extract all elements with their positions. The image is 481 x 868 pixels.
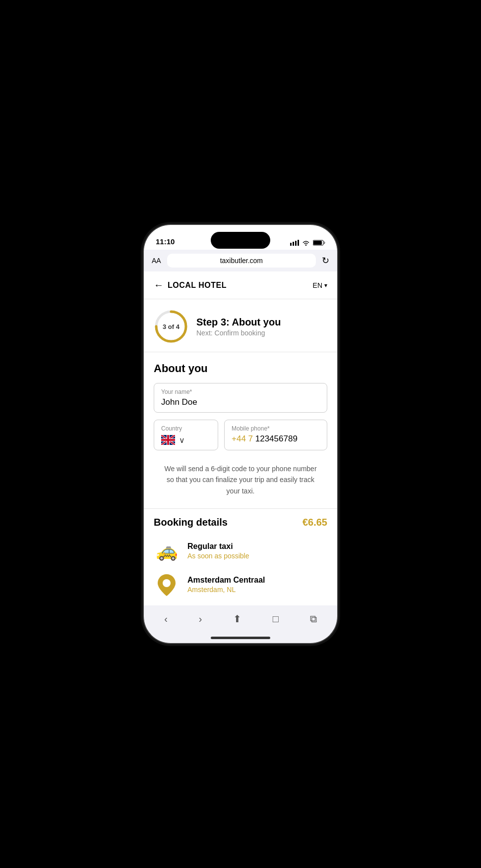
back-area[interactable]: ← LOCAL HOTEL [154,279,227,291]
status-time: 11:10 [156,237,175,246]
phone-number: 123456789 [253,434,298,443]
phone-shell: 11:10 AA taxibutler [144,225,337,643]
bottom-browser-bar: ‹ › ⬆ □ ⧉ [144,605,337,632]
location-name: Amsterdam Centraal [187,576,265,585]
step-text: Step 3: About you Next: Confirm booking [196,317,327,337]
taxi-icon-container: 🚕 [154,538,180,564]
booking-items: 🚕 Regular taxi As soon as possible [144,534,337,605]
reload-icon[interactable]: ↻ [322,255,329,266]
location-sub: Amsterdam, NL [187,586,265,594]
location-pin-wrapper [158,574,176,595]
svg-rect-3 [298,240,299,246]
phone-notch [211,232,270,249]
location-item-text: Amsterdam Centraal Amsterdam, NL [187,576,265,594]
booking-item-taxi: 🚕 Regular taxi As soon as possible [154,538,327,564]
phone-row: Country ∨ Mobi [154,420,327,450]
svg-rect-5 [313,241,322,245]
phone-field[interactable]: Mobile phone* +44 7 123456789 [224,420,327,450]
battery-icon [313,240,325,246]
sms-notice: We will send a 6-digit code to your phon… [154,457,327,508]
taxi-icon: 🚕 [156,541,178,561]
top-nav: ← LOCAL HOTEL EN ▾ [144,271,337,299]
app-content: ← LOCAL HOTEL EN ▾ 3 of 4 Step 3: About [144,271,337,605]
share-button[interactable]: ⬆ [226,609,248,629]
status-icons [290,240,325,246]
step-label: 3 of 4 [163,323,180,330]
about-you-title: About you [144,352,337,383]
tabs-button[interactable]: ⧉ [303,609,324,629]
country-label: Country [161,425,211,432]
booking-details-header: Booking details €6.65 [144,508,337,534]
step-subtitle: Next: Confirm booking [196,329,327,337]
step-progress-circle: 3 of 4 [154,309,188,344]
browser-back-button[interactable]: ‹ [157,609,175,629]
country-select-row[interactable]: ∨ [161,435,211,445]
language-selector[interactable]: EN ▾ [313,281,327,289]
country-chevron-icon: ∨ [179,435,185,445]
svg-rect-0 [290,243,292,246]
country-field[interactable]: Country ∨ [154,420,218,450]
bookmarks-button[interactable]: □ [266,609,286,629]
browser-forward-button[interactable]: › [192,609,209,629]
location-pin-icon [158,574,176,596]
language-chevron-icon: ▾ [324,282,327,289]
svg-point-9 [163,579,171,587]
phone-number-value[interactable]: +44 7 123456789 [232,434,320,444]
back-arrow-icon[interactable]: ← [154,279,164,291]
svg-rect-1 [293,242,294,246]
name-label: Your name* [161,388,320,395]
aa-text[interactable]: AA [152,257,161,265]
booking-price: €6.65 [302,517,327,528]
taxi-item-text: Regular taxi As soon as possible [187,542,249,560]
taxi-name: Regular taxi [187,542,249,551]
url-bar[interactable]: taxibutler.com [167,254,316,268]
location-icon-container [154,572,180,597]
language-text: EN [313,281,322,289]
taxi-sub: As soon as possible [187,552,249,560]
browser-bar: AA taxibutler.com ↻ [144,250,337,271]
phone-prefix: +44 7 [232,434,253,443]
uk-flag-icon [161,435,175,445]
step-indicator: 3 of 4 Step 3: About you Next: Confirm b… [144,299,337,352]
name-field[interactable]: Your name* John Doe [154,383,327,413]
signal-icon [290,240,299,246]
booking-details-title: Booking details [154,517,228,528]
phone-label: Mobile phone* [232,425,320,432]
step-title: Step 3: About you [196,317,327,328]
booking-item-location: Amsterdam Centraal Amsterdam, NL [154,572,327,597]
form-section: Your name* John Doe Country [144,383,337,508]
hotel-name: LOCAL HOTEL [168,281,227,290]
wifi-icon [302,240,310,246]
home-indicator [144,632,337,643]
svg-rect-2 [295,241,297,246]
name-value[interactable]: John Doe [161,397,320,407]
home-indicator-bar [211,637,270,639]
